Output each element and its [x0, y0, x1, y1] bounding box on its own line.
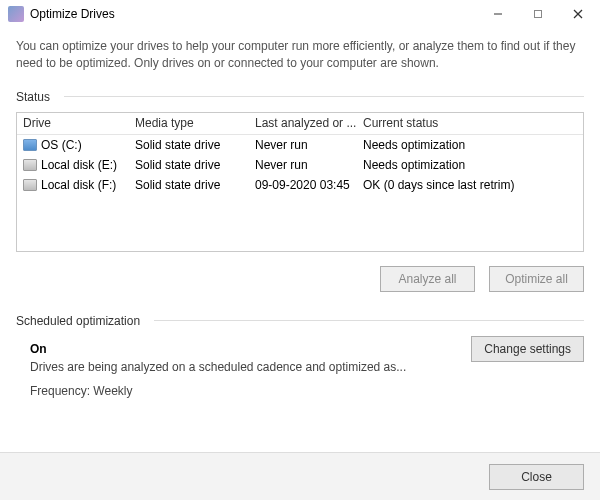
table-header-row: Drive Media type Last analyzed or ... Cu…	[17, 113, 583, 135]
drive-media: Solid state drive	[133, 138, 253, 152]
col-media[interactable]: Media type	[133, 116, 253, 130]
table-row[interactable]: Local disk (F:) Solid state drive 09-09-…	[17, 175, 583, 195]
table-row[interactable]: Local disk (E:) Solid state drive Never …	[17, 155, 583, 175]
col-status[interactable]: Current status	[361, 116, 579, 130]
drive-table[interactable]: Drive Media type Last analyzed or ... Cu…	[16, 112, 584, 252]
close-icon	[573, 9, 583, 19]
change-settings-button[interactable]: Change settings	[471, 336, 584, 362]
window-title: Optimize Drives	[30, 7, 115, 21]
drive-media: Solid state drive	[133, 158, 253, 172]
drive-disk-icon	[23, 179, 37, 191]
drive-name: Local disk (F:)	[41, 178, 116, 192]
drive-status: Needs optimization	[361, 158, 579, 172]
drive-last: 09-09-2020 03:45	[253, 178, 361, 192]
status-label: Status	[16, 90, 50, 104]
status-section-header: Status	[16, 90, 584, 104]
optimize-all-button[interactable]: Optimize all	[489, 266, 584, 292]
drive-status: OK (0 days since last retrim)	[361, 178, 579, 192]
intro-text: You can optimize your drives to help you…	[16, 38, 584, 72]
app-icon	[8, 6, 24, 22]
table-row[interactable]: OS (C:) Solid state drive Never run Need…	[17, 135, 583, 155]
divider	[64, 96, 584, 97]
drive-status: Needs optimization	[361, 138, 579, 152]
scheduled-label: Scheduled optimization	[16, 314, 140, 328]
drive-disk-icon	[23, 159, 37, 171]
drive-last: Never run	[253, 158, 361, 172]
drive-last: Never run	[253, 138, 361, 152]
scheduled-description: Drives are being analyzed on a scheduled…	[30, 360, 582, 374]
col-drive[interactable]: Drive	[21, 116, 133, 130]
close-button[interactable]: Close	[489, 464, 584, 490]
drive-os-icon	[23, 139, 37, 151]
titlebar: Optimize Drives	[0, 0, 600, 28]
close-window-button[interactable]	[558, 0, 598, 28]
scheduled-section-header: Scheduled optimization	[16, 314, 584, 328]
maximize-icon	[533, 9, 543, 19]
maximize-button[interactable]	[518, 0, 558, 28]
footer-bar: Close	[0, 452, 600, 500]
minimize-icon	[493, 9, 503, 19]
analyze-all-button[interactable]: Analyze all	[380, 266, 475, 292]
scheduled-frequency: Frequency: Weekly	[30, 384, 582, 398]
svg-rect-1	[535, 11, 542, 18]
drive-name: Local disk (E:)	[41, 158, 117, 172]
minimize-button[interactable]	[478, 0, 518, 28]
drive-name: OS (C:)	[41, 138, 82, 152]
drive-media: Solid state drive	[133, 178, 253, 192]
col-last[interactable]: Last analyzed or ...	[253, 116, 361, 130]
divider	[154, 320, 584, 321]
